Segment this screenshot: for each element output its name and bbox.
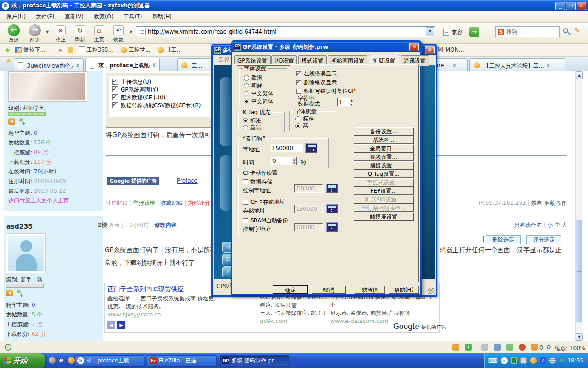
restore-dropdown-icon[interactable]: ▼	[130, 30, 132, 34]
menu-favorites[interactable]: 收藏(O)	[94, 13, 113, 21]
rate-link[interactable]: 为他评分	[188, 200, 210, 206]
check-delete-error[interactable]: 删除错误显示	[296, 79, 337, 86]
check-reset-gp[interactable]: 数据写错误时复位GP	[296, 87, 356, 95]
radio-ktag-retry[interactable]: 重试	[243, 124, 261, 132]
quote-link[interactable]: 引用此贴	[106, 200, 128, 206]
add-favorite-icon[interactable]: ★	[5, 46, 11, 54]
user-status-icon[interactable]	[452, 344, 459, 351]
address-bar[interactable]: ▼	[136, 26, 435, 37]
start-button[interactable]: 开始	[0, 353, 45, 368]
defaults-button[interactable]: 缺省值	[355, 286, 385, 293]
rate-selected-button[interactable]: 评分选定	[526, 235, 561, 244]
tab-current[interactable]: 求，proface上载乱码 - ...x	[85, 58, 160, 71]
ad-prev-icon[interactable]: ◀	[107, 321, 115, 329]
video-settings-button[interactable]: 视频设置...	[354, 153, 413, 161]
tab-partial[interactable]: 工...	[177, 58, 213, 71]
check-cf-storage[interactable]: CF卡存储地址	[243, 198, 285, 206]
homepage-link[interactable]: 访问竹屋主人的个人主页	[4, 196, 103, 206]
compat-button[interactable]: 兼容	[441, 29, 463, 36]
capture-settings-button[interactable]: 捕捉设置...	[354, 161, 413, 169]
bookmark-item[interactable]: 工控世...	[121, 46, 150, 54]
menu-view[interactable]: 查看(V)	[64, 13, 84, 21]
qtag-settings-button[interactable]: Q Tag设置...	[354, 170, 413, 178]
shield-icon[interactable]	[531, 344, 538, 351]
edit-icon[interactable]: ✎	[574, 26, 580, 34]
restore-button[interactable]: ↶恢复	[108, 24, 129, 43]
menu-file[interactable]: 文件(F)	[36, 13, 54, 21]
scroll-down-icon[interactable]: ▼	[576, 333, 583, 341]
report-link[interactable]: 举报该楼	[133, 200, 155, 206]
keypad-icon[interactable]	[305, 143, 317, 153]
zoom-icon[interactable]	[547, 345, 551, 349]
check-data-storage[interactable]: 数据存储	[243, 178, 272, 186]
resize-grip[interactable]	[428, 288, 435, 294]
delete-selected-button[interactable]: 删除选定	[486, 235, 521, 244]
string-mode-stepper[interactable]: ▲▼	[349, 98, 354, 106]
maximize-button[interactable]: ❐	[566, 2, 576, 10]
eye-icon[interactable]	[519, 344, 526, 351]
pm-icon[interactable]	[6, 290, 13, 296]
printer-icon[interactable]	[506, 344, 513, 351]
keypad-icon[interactable]	[326, 204, 338, 213]
time-stepper[interactable]: ▲▼	[292, 157, 297, 165]
tab-homepage[interactable]: 3uweinview的个人主页x	[14, 58, 84, 71]
browser-quicklaunch-icon[interactable]	[68, 357, 75, 364]
task-gp-editor[interactable]: GP 多级 密码制作.pr...	[220, 355, 289, 367]
menu-help[interactable]: 帮助(H)	[153, 13, 172, 21]
bookmark-item[interactable]: 【工...	[158, 46, 181, 54]
checkbox[interactable]	[112, 94, 118, 100]
quicklaunch-overflow-icon[interactable]: »	[78, 357, 82, 363]
tray-umbrella-icon[interactable]: ☂	[559, 357, 565, 364]
ie-quicklaunch-icon[interactable]: e	[59, 356, 63, 363]
pm-icon[interactable]	[8, 118, 15, 125]
zoom-level[interactable]: 缩放: 100%	[555, 345, 585, 352]
block-link[interactable]: 屏蔽	[544, 200, 555, 206]
keypad-icon[interactable]	[326, 222, 338, 232]
checkbox[interactable]	[112, 79, 118, 85]
tab-close-icon[interactable]: x	[452, 62, 456, 71]
radio-quality-high[interactable]: 高	[295, 122, 308, 130]
tab-close-icon[interactable]: x	[546, 62, 550, 71]
stop-button[interactable]: ×停止	[51, 24, 71, 43]
scrollbar-thumb[interactable]	[576, 220, 582, 322]
font-large-link[interactable]: 大	[562, 222, 567, 228]
gp-close-icon[interactable]: ✕	[425, 46, 435, 54]
clock[interactable]: 18:55	[567, 357, 583, 364]
url-dropdown-icon[interactable]: ▼	[426, 27, 434, 36]
tab-forum[interactable]: 【工控人技术论坛】工...x	[469, 58, 565, 71]
bookmark-item[interactable]: MI MON...	[437, 46, 464, 53]
cancel-button[interactable]: 取消	[311, 286, 345, 293]
tray-globe-icon[interactable]	[549, 357, 556, 364]
user-photo[interactable]	[8, 71, 87, 102]
search-input[interactable]	[506, 29, 552, 35]
avatar[interactable]	[6, 233, 46, 273]
dialog-close-icon[interactable]: ✕	[409, 43, 419, 51]
download-icon[interactable]: ↓	[465, 344, 472, 351]
favorite-link[interactable]: 收藏此贴	[160, 200, 182, 206]
font-medium-link[interactable]: 中	[554, 222, 560, 228]
home-button[interactable]: ⌂主页	[89, 24, 109, 43]
go-button[interactable]: →	[469, 27, 479, 37]
check-online-error[interactable]: 在线错误显示	[296, 70, 337, 78]
checkbox[interactable]	[112, 102, 118, 108]
back-button[interactable]: ←后退	[4, 24, 24, 44]
remind-link[interactable]: 提醒	[557, 200, 568, 206]
search-icon[interactable]	[563, 28, 568, 33]
select-post-checkbox[interactable]	[478, 236, 484, 242]
minimize-button[interactable]: ▁	[555, 2, 565, 10]
global-window-button[interactable]: 全局窗口...	[354, 144, 413, 152]
refresh-button[interactable]: ↻刷新	[70, 24, 90, 43]
add-friend-icon[interactable]	[18, 118, 25, 125]
touchscreen-settings-button[interactable]: 触摸屏设置	[354, 213, 413, 220]
mouse-gesture-icon[interactable]	[481, 344, 488, 351]
task-filezilla[interactable]: Fz FileZilla - 已连...	[147, 355, 217, 367]
backup-settings-button[interactable]: 备份设置...	[354, 127, 413, 135]
tray-network-icon[interactable]	[520, 357, 527, 364]
help-button[interactable]: 帮助(H)	[389, 286, 419, 293]
bookmark-item[interactable]: M微软下...	[15, 46, 45, 54]
bookmark-item[interactable]: 工控365...	[79, 46, 113, 54]
ban-link[interactable]: 禁言	[531, 200, 542, 206]
proface-ad-link[interactable]: Proface	[177, 178, 198, 184]
tab-extended[interactable]: 扩展设置	[369, 55, 399, 67]
view-author-link[interactable]: 只看该作者	[514, 222, 542, 228]
